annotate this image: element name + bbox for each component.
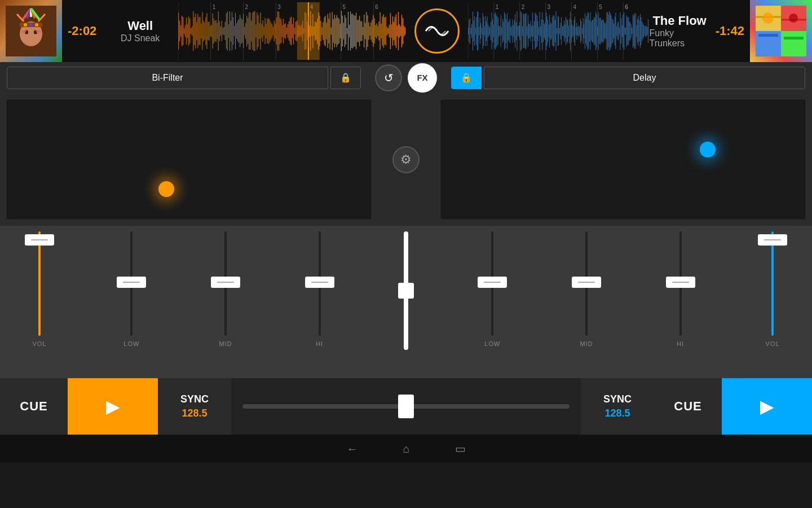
- svg-rect-21: [781, 31, 806, 56]
- sync-button-right[interactable]: SYNC 128.5: [581, 378, 654, 435]
- eq-low-label-left: LOW: [123, 340, 139, 347]
- deck-right-artwork[interactable]: [750, 0, 812, 62]
- vol-fader-right[interactable]: [768, 231, 777, 336]
- deck-left-title: Well: [127, 19, 153, 33]
- fx-section: Bi-Filter 🔒 ↺ FX 🔒 Delay: [0, 62, 812, 93]
- eq-low-fader-left[interactable]: [127, 231, 136, 336]
- play-button-right[interactable]: ▶: [722, 378, 812, 435]
- play-button-left[interactable]: ▶: [68, 378, 158, 435]
- sync-bpm-right: 128.5: [604, 408, 630, 419]
- eq-low-handle-left[interactable]: [117, 277, 146, 288]
- deck-right-title: The Flow: [652, 14, 706, 28]
- eq-mid-label-left: MID: [219, 340, 232, 347]
- eq-mid-fader-right[interactable]: [582, 231, 591, 336]
- mixer-section: VOL LOW MID HI: [0, 226, 812, 378]
- deck-right-artist: Funky Trunkers: [649, 28, 709, 49]
- svg-point-15: [29, 23, 33, 27]
- eq-low-label-right: LOW: [484, 340, 500, 347]
- fx-pad-left-dot[interactable]: [158, 181, 174, 197]
- fx-pad-right-dot[interactable]: [700, 142, 716, 157]
- fx-right-controls: 🔒 Delay: [451, 67, 805, 89]
- sync-button-left[interactable]: SYNC 128.5: [158, 378, 231, 435]
- deck-left-meta: -2:02: [62, 20, 102, 42]
- mixer-center: [372, 231, 440, 378]
- fx-main-button[interactable]: FX: [408, 63, 437, 93]
- mixer-vol-left: VOL: [0, 231, 79, 347]
- vol-fader-handle-left[interactable]: [25, 234, 54, 246]
- svg-rect-12: [36, 30, 41, 33]
- app-logo: [414, 8, 460, 54]
- waveform-left[interactable]: [178, 2, 406, 60]
- eq-mid-left: MID: [209, 231, 242, 347]
- eq-mid-fader-left[interactable]: [221, 231, 230, 336]
- sync-bpm-left: 128.5: [182, 408, 207, 419]
- crossfader-horizontal[interactable]: [242, 401, 570, 412]
- nav-home-button[interactable]: ⌂: [403, 443, 409, 456]
- eq-hi-left: HI: [303, 231, 337, 347]
- eq-low-left: LOW: [114, 231, 148, 347]
- eq-mid-handle-right[interactable]: [572, 277, 601, 288]
- vol-fader-handle-right[interactable]: [758, 234, 787, 246]
- deck-right-top: The Flow Funky Trunkers -1:42: [468, 0, 812, 62]
- deck-right-time: -1:42: [716, 24, 744, 38]
- fx-right-name-button[interactable]: Delay: [484, 67, 805, 89]
- deck-left-top: -2:02 Well DJ Sneak: [0, 0, 406, 62]
- fx-reload-button[interactable]: ↺: [375, 64, 402, 91]
- top-bar: -2:02 Well DJ Sneak The Flow Funky Trunk…: [0, 0, 812, 62]
- svg-point-14: [24, 23, 27, 27]
- sync-label-right: SYNC: [603, 393, 632, 405]
- deck-right-meta: -1:42: [710, 20, 750, 42]
- eq-hi-fader-left[interactable]: [315, 231, 324, 336]
- deck-left-time: -2:02: [68, 24, 96, 38]
- eq-hi-label-left: HI: [316, 340, 323, 347]
- eq-low-fader-right[interactable]: [488, 231, 497, 336]
- svg-point-25: [789, 14, 798, 23]
- eq-hi-right: HI: [664, 231, 698, 347]
- vol-label-right: VOL: [765, 340, 779, 347]
- crossfader-h-handle[interactable]: [398, 395, 414, 418]
- fx-pad-right[interactable]: [440, 99, 806, 220]
- fx-pad-left[interactable]: [6, 99, 372, 220]
- play-icon-left: ▶: [106, 396, 120, 417]
- bottom-controls: CUE ▶ SYNC 128.5 SYNC 128.5 CUE ▶: [0, 378, 812, 435]
- fx-gear-button[interactable]: ⚙: [392, 146, 420, 173]
- crossfader-v-handle[interactable]: [398, 283, 414, 299]
- svg-rect-26: [758, 34, 778, 37]
- eq-hi-handle-right[interactable]: [666, 277, 695, 288]
- svg-point-16: [35, 23, 38, 27]
- mixer-eq-left: LOW MID HI: [79, 231, 372, 347]
- eq-mid-label-right: MID: [580, 340, 593, 347]
- eq-hi-fader-right[interactable]: [676, 231, 685, 336]
- sync-label-left: SYNC: [180, 393, 209, 405]
- play-icon-right: ▶: [760, 396, 774, 417]
- center-logo: [406, 0, 468, 62]
- vol-fader-track-left: [38, 231, 41, 336]
- nav-recents-button[interactable]: ▭: [455, 442, 466, 456]
- cue-button-right[interactable]: CUE: [654, 378, 722, 435]
- fx-gear-center: ⚙: [372, 146, 440, 173]
- vol-fader-track-right: [771, 231, 774, 336]
- eq-hi-handle-left[interactable]: [305, 277, 334, 288]
- fx-left-lock-button[interactable]: 🔒: [330, 67, 361, 89]
- crossfader-vertical[interactable]: [398, 231, 414, 350]
- android-nav-bar: ← ⌂ ▭: [0, 435, 812, 463]
- svg-point-24: [762, 12, 774, 24]
- eq-hi-label-right: HI: [677, 340, 684, 347]
- vol-fader-left[interactable]: [35, 231, 44, 336]
- fx-pads-section: ⚙: [0, 93, 812, 226]
- nav-back-button[interactable]: ←: [346, 443, 358, 456]
- cue-button-left[interactable]: CUE: [0, 378, 68, 435]
- fx-left-name-button[interactable]: Bi-Filter: [7, 67, 328, 89]
- eq-mid-right: MID: [570, 231, 603, 347]
- eq-low-right: LOW: [475, 231, 509, 347]
- waveform-right[interactable]: [468, 2, 649, 60]
- eq-low-handle-right[interactable]: [478, 277, 507, 288]
- vol-label-left: VOL: [32, 340, 46, 347]
- eq-mid-handle-left[interactable]: [211, 277, 240, 288]
- deck-left-artist: DJ Sneak: [121, 33, 160, 43]
- mixer-vol-right: VOL: [733, 231, 812, 347]
- fx-left-controls: Bi-Filter 🔒: [7, 67, 361, 89]
- deck-left-artwork[interactable]: [0, 0, 62, 62]
- fx-right-lock-button[interactable]: 🔒: [451, 67, 482, 89]
- svg-rect-27: [784, 37, 804, 40]
